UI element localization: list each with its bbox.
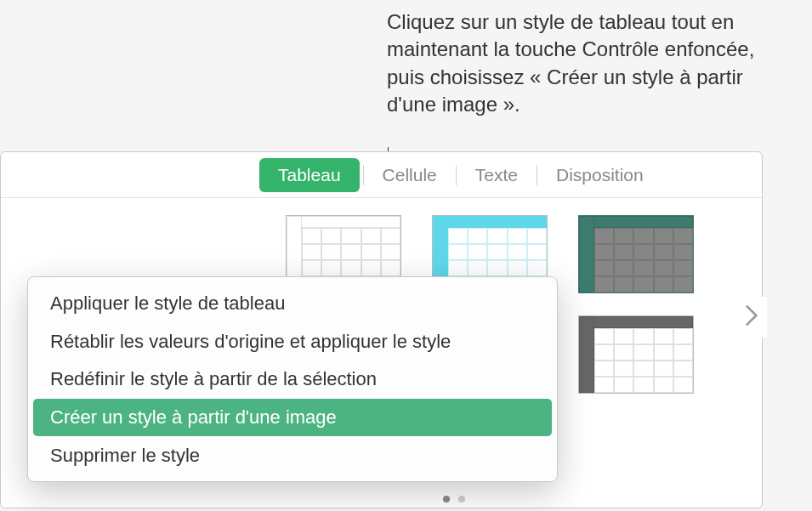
table-style-thumb-teal[interactable] — [578, 215, 694, 293]
tab-tableau[interactable]: Tableau — [259, 158, 360, 192]
next-styles-button[interactable] — [736, 297, 767, 338]
context-menu: Appliquer le style de tableau Rétablir l… — [27, 276, 558, 482]
inspector-tabs: Tableau Cellule Texte Disposition — [1, 152, 762, 198]
callout-text: Cliquez sur un style de tableau tout en … — [387, 9, 786, 119]
menu-item-create-from-image[interactable]: Créer un style à partir d'une image — [33, 399, 552, 436]
table-style-thumb-gray[interactable] — [578, 315, 694, 394]
tab-texte[interactable]: Texte — [457, 156, 537, 194]
tab-disposition[interactable]: Disposition — [537, 156, 662, 194]
menu-item-reset-apply[interactable]: Rétablir les valeurs d'origine et appliq… — [33, 323, 552, 361]
tab-cellule[interactable]: Cellule — [364, 156, 456, 194]
menu-item-delete-style[interactable]: Supprimer le style — [33, 437, 552, 474]
style-page-dots — [443, 496, 465, 502]
page-dot-1[interactable] — [443, 496, 450, 502]
chevron-right-icon — [746, 305, 758, 329]
menu-item-redefine-from-selection[interactable]: Redéfinir le style à partir de la sélect… — [33, 361, 552, 398]
page-dot-2[interactable] — [458, 496, 465, 502]
menu-item-apply-style[interactable]: Appliquer le style de tableau — [33, 285, 552, 322]
